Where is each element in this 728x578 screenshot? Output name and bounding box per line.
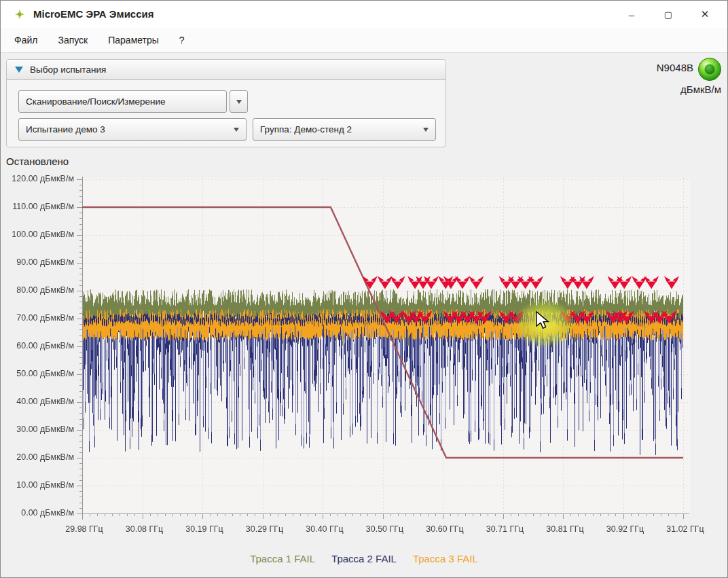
group-combobox[interactable]: Группа: Демо-стенд 2 — [253, 118, 436, 141]
collapse-triangle-icon — [15, 67, 23, 73]
trace-legend: Трасса 1 FAILТрасса 2 FAILТрасса 3 FAIL — [1, 553, 727, 564]
measurement-unit-label: дБмкВ/м — [680, 84, 721, 95]
y-tick-label: 90.00 дБмкВ/м — [5, 257, 74, 267]
menu-bar: Файл Запуск Параметры ? — [1, 28, 727, 53]
menu-help[interactable]: ? — [179, 31, 185, 50]
y-tick-label: 60.00 дБмкВ/м — [5, 341, 74, 350]
y-tick-label: 70.00 дБмкВ/м — [5, 313, 74, 323]
x-tick-label: 30.19 ГГц — [175, 524, 234, 534]
test-combobox[interactable]: Испытание демо 3 — [18, 118, 247, 141]
x-tick-label: 30.08 ГГц — [115, 524, 174, 534]
y-tick-label: 40.00 дБмкВ/м — [5, 397, 74, 406]
minimize-button[interactable]: – — [613, 1, 650, 28]
device-model-label: N9048B — [657, 62, 693, 73]
x-tick-label: 30.60 ГГц — [416, 524, 474, 534]
menu-run[interactable]: Запуск — [58, 31, 88, 50]
spectrum-plot-canvas[interactable] — [1, 170, 728, 551]
test-selection-title: Выбор испытания — [30, 65, 106, 75]
led-core — [705, 65, 715, 75]
maximize-button[interactable]: ▢ — [650, 1, 687, 28]
x-tick-label: 31.02 ГГц — [656, 524, 714, 534]
test-selection-header[interactable]: Выбор испытания — [7, 60, 445, 80]
legend-trace-2[interactable]: Трасса 2 FAIL — [331, 553, 397, 564]
x-tick-label: 30.81 ГГц — [536, 524, 594, 534]
y-tick-label: 0.00 дБмкВ/м — [5, 508, 74, 518]
y-tick-label: 50.00 дБмкВ/м — [5, 369, 74, 378]
x-tick-label: 30.71 ГГц — [476, 524, 534, 534]
mode-combobox[interactable]: Сканирование/Поиск/Измерение — [18, 90, 227, 113]
test-selection-panel: Выбор испытания Сканирование/Поиск/Измер… — [6, 59, 446, 147]
y-tick-label: 100.00 дБмкВ/м — [5, 230, 74, 239]
x-tick-label: 29.98 ГГц — [55, 524, 113, 534]
mode-combobox-dropdown-button[interactable] — [230, 90, 248, 113]
y-tick-label: 120.00 дБмкВ/м — [5, 174, 74, 183]
x-tick-label: 30.92 ГГц — [596, 524, 655, 534]
spectrum-chart[interactable]: 0.00 дБмкВ/м10.00 дБмкВ/м20.00 дБмкВ/м30… — [1, 170, 728, 551]
x-tick-label: 30.50 ГГц — [356, 524, 414, 534]
y-tick-label: 30.00 дБмкВ/м — [5, 425, 74, 434]
legend-trace-3[interactable]: Трасса 3 FAIL — [413, 553, 478, 564]
device-connection-led — [698, 58, 721, 81]
window-title: MicroEMC ЭРА Эмиссия — [33, 8, 154, 20]
menu-file[interactable]: Файл — [14, 31, 37, 50]
y-tick-label: 10.00 дБмкВ/м — [5, 480, 74, 490]
mode-combobox-value: Сканирование/Поиск/Измерение — [26, 96, 166, 107]
chevron-down-icon — [236, 100, 242, 104]
test-combobox-value: Испытание демо 3 — [26, 124, 105, 134]
app-icon — [13, 7, 26, 21]
legend-trace-1[interactable]: Трасса 1 FAIL — [250, 553, 315, 564]
x-tick-label: 30.40 ГГц — [295, 524, 354, 534]
run-status-label: Остановлено — [6, 156, 69, 167]
group-combobox-value: Группа: Демо-стенд 2 — [260, 124, 352, 134]
chevron-down-icon — [423, 128, 429, 132]
menu-parameters[interactable]: Параметры — [108, 31, 159, 50]
window-controls: – ▢ ✕ — [613, 1, 723, 28]
close-button[interactable]: ✕ — [687, 1, 723, 28]
y-tick-label: 20.00 дБмкВ/м — [5, 452, 74, 462]
title-bar: MicroEMC ЭРА Эмиссия – ▢ ✕ — [1, 1, 727, 28]
x-tick-label: 30.29 ГГц — [236, 524, 294, 534]
chevron-down-icon — [234, 128, 239, 132]
y-tick-label: 110.00 дБмкВ/м — [5, 202, 74, 211]
y-tick-label: 80.00 дБмкВ/м — [5, 285, 74, 295]
